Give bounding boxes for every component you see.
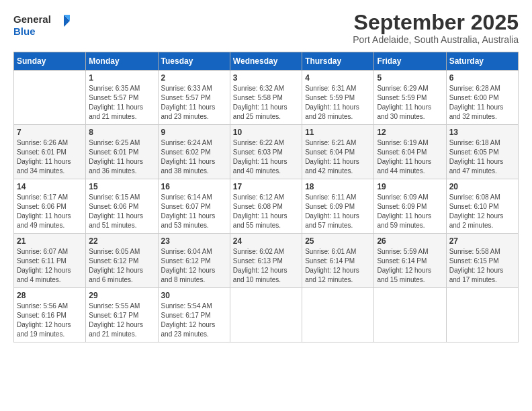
weekday-header: Friday — [374, 52, 446, 71]
calendar-cell: 9Sunrise: 6:24 AMSunset: 6:02 PMDaylight… — [158, 125, 230, 179]
day-info: Sunrise: 6:26 AMSunset: 6:01 PMDaylight:… — [17, 138, 83, 176]
weekday-header: Monday — [86, 52, 158, 71]
calendar-cell: 24Sunrise: 6:02 AMSunset: 6:13 PMDayligh… — [230, 234, 302, 288]
calendar-cell: 1Sunrise: 6:35 AMSunset: 5:57 PMDaylight… — [86, 71, 158, 125]
day-number: 9 — [161, 128, 227, 137]
day-number: 11 — [305, 128, 371, 137]
calendar-cell: 13Sunrise: 6:18 AMSunset: 6:05 PMDayligh… — [446, 125, 518, 179]
day-number: 8 — [89, 128, 154, 137]
calendar-cell: 30Sunrise: 5:54 AMSunset: 6:17 PMDayligh… — [158, 288, 230, 342]
location-subtitle: Port Adelaide, South Australia, Australi… — [353, 34, 519, 45]
day-info: Sunrise: 6:04 AMSunset: 6:12 PMDaylight:… — [161, 247, 227, 285]
day-number: 15 — [89, 182, 154, 191]
day-number: 7 — [17, 128, 83, 137]
calendar-cell: 4Sunrise: 6:31 AMSunset: 5:59 PMDaylight… — [302, 71, 374, 125]
day-info: Sunrise: 5:59 AMSunset: 6:14 PMDaylight:… — [377, 247, 443, 285]
calendar-cell: 22Sunrise: 6:05 AMSunset: 6:12 PMDayligh… — [86, 234, 158, 288]
calendar-cell: 12Sunrise: 6:19 AMSunset: 6:04 PMDayligh… — [374, 125, 446, 179]
calendar-cell: 3Sunrise: 6:32 AMSunset: 5:58 PMDaylight… — [230, 71, 302, 125]
day-info: Sunrise: 6:11 AMSunset: 6:09 PMDaylight:… — [305, 193, 371, 230]
calendar-cell: 16Sunrise: 6:14 AMSunset: 6:07 PMDayligh… — [158, 179, 230, 234]
day-info: Sunrise: 6:22 AMSunset: 6:03 PMDaylight:… — [233, 138, 299, 176]
calendar-cell: 21Sunrise: 6:07 AMSunset: 6:11 PMDayligh… — [14, 234, 86, 288]
day-number: 25 — [305, 236, 371, 246]
calendar-cell: 18Sunrise: 6:11 AMSunset: 6:09 PMDayligh… — [302, 179, 374, 234]
calendar-cell: 8Sunrise: 6:25 AMSunset: 6:01 PMDaylight… — [86, 125, 158, 179]
calendar-table: SundayMondayTuesdayWednesdayThursdayFrid… — [13, 52, 519, 342]
title-block: September 2025 Port Adelaide, South Aust… — [353, 11, 519, 45]
calendar-cell: 28Sunrise: 5:56 AMSunset: 6:16 PMDayligh… — [14, 288, 86, 342]
day-number: 23 — [161, 236, 227, 246]
day-number: 29 — [89, 291, 154, 300]
calendar-cell: 11Sunrise: 6:21 AMSunset: 6:04 PMDayligh… — [302, 125, 374, 179]
calendar-cell — [14, 71, 86, 125]
calendar-week-row: 1Sunrise: 6:35 AMSunset: 5:57 PMDaylight… — [14, 71, 519, 125]
day-number: 4 — [305, 73, 371, 83]
day-info: Sunrise: 6:12 AMSunset: 6:08 PMDaylight:… — [233, 193, 299, 230]
day-info: Sunrise: 6:28 AMSunset: 6:00 PMDaylight:… — [449, 84, 515, 122]
day-info: Sunrise: 6:24 AMSunset: 6:02 PMDaylight:… — [161, 138, 227, 176]
page-header: General Blue September 2025 Port Adelaid… — [13, 11, 519, 45]
calendar-cell: 26Sunrise: 5:59 AMSunset: 6:14 PMDayligh… — [374, 234, 446, 288]
day-number: 5 — [377, 73, 443, 83]
calendar-cell: 2Sunrise: 6:33 AMSunset: 5:57 PMDaylight… — [158, 71, 230, 125]
day-number: 1 — [89, 73, 154, 83]
day-info: Sunrise: 5:55 AMSunset: 6:17 PMDaylight:… — [89, 302, 154, 339]
calendar-week-row: 28Sunrise: 5:56 AMSunset: 6:16 PMDayligh… — [14, 288, 519, 342]
day-number: 6 — [449, 73, 515, 83]
calendar-week-row: 21Sunrise: 6:07 AMSunset: 6:11 PMDayligh… — [14, 234, 519, 288]
day-info: Sunrise: 6:14 AMSunset: 6:07 PMDaylight:… — [161, 193, 227, 230]
day-number: 12 — [377, 128, 443, 137]
weekday-header: Thursday — [302, 52, 374, 71]
day-info: Sunrise: 6:07 AMSunset: 6:11 PMDaylight:… — [17, 247, 83, 285]
day-info: Sunrise: 6:05 AMSunset: 6:12 PMDaylight:… — [89, 247, 154, 285]
day-number: 27 — [449, 236, 515, 246]
day-number: 10 — [233, 128, 299, 137]
day-number: 20 — [449, 182, 515, 191]
svg-text:General: General — [13, 13, 51, 25]
logo-text: General Blue — [13, 11, 74, 42]
day-info: Sunrise: 6:08 AMSunset: 6:10 PMDaylight:… — [449, 193, 515, 230]
day-info: Sunrise: 6:33 AMSunset: 5:57 PMDaylight:… — [161, 84, 227, 122]
weekday-header: Wednesday — [230, 52, 302, 71]
weekday-header-row: SundayMondayTuesdayWednesdayThursdayFrid… — [14, 52, 519, 71]
day-number: 26 — [377, 236, 443, 246]
calendar-cell: 14Sunrise: 6:17 AMSunset: 6:06 PMDayligh… — [14, 179, 86, 234]
calendar-week-row: 7Sunrise: 6:26 AMSunset: 6:01 PMDaylight… — [14, 125, 519, 179]
day-info: Sunrise: 6:25 AMSunset: 6:01 PMDaylight:… — [89, 138, 154, 176]
day-number: 18 — [305, 182, 371, 191]
calendar-cell — [230, 288, 302, 342]
day-number: 22 — [89, 236, 154, 246]
calendar-cell: 27Sunrise: 5:58 AMSunset: 6:15 PMDayligh… — [446, 234, 518, 288]
day-info: Sunrise: 6:01 AMSunset: 6:14 PMDaylight:… — [305, 247, 371, 285]
day-info: Sunrise: 6:09 AMSunset: 6:09 PMDaylight:… — [377, 193, 443, 230]
calendar-cell: 17Sunrise: 6:12 AMSunset: 6:08 PMDayligh… — [230, 179, 302, 234]
day-info: Sunrise: 5:54 AMSunset: 6:17 PMDaylight:… — [161, 302, 227, 339]
calendar-cell — [446, 288, 518, 342]
calendar-cell: 29Sunrise: 5:55 AMSunset: 6:17 PMDayligh… — [86, 288, 158, 342]
day-info: Sunrise: 6:19 AMSunset: 6:04 PMDaylight:… — [377, 138, 443, 176]
day-info: Sunrise: 6:18 AMSunset: 6:05 PMDaylight:… — [449, 138, 515, 176]
calendar-cell: 7Sunrise: 6:26 AMSunset: 6:01 PMDaylight… — [14, 125, 86, 179]
day-number: 24 — [233, 236, 299, 246]
svg-text:Blue: Blue — [13, 26, 36, 37]
logo: General Blue — [13, 11, 74, 42]
day-number: 14 — [17, 182, 83, 191]
day-number: 16 — [161, 182, 227, 191]
day-info: Sunrise: 6:31 AMSunset: 5:59 PMDaylight:… — [305, 84, 371, 122]
day-number: 17 — [233, 182, 299, 191]
day-number: 19 — [377, 182, 443, 191]
day-info: Sunrise: 6:17 AMSunset: 6:06 PMDaylight:… — [17, 193, 83, 230]
day-number: 28 — [17, 291, 83, 300]
calendar-cell: 19Sunrise: 6:09 AMSunset: 6:09 PMDayligh… — [374, 179, 446, 234]
month-title: September 2025 — [353, 11, 519, 34]
calendar-cell — [302, 288, 374, 342]
weekday-header: Sunday — [14, 52, 86, 71]
day-info: Sunrise: 6:02 AMSunset: 6:13 PMDaylight:… — [233, 247, 299, 285]
day-number: 30 — [161, 291, 227, 300]
calendar-cell: 10Sunrise: 6:22 AMSunset: 6:03 PMDayligh… — [230, 125, 302, 179]
day-number: 2 — [161, 73, 227, 83]
calendar-cell — [374, 288, 446, 342]
calendar-cell: 25Sunrise: 6:01 AMSunset: 6:14 PMDayligh… — [302, 234, 374, 288]
calendar-week-row: 14Sunrise: 6:17 AMSunset: 6:06 PMDayligh… — [14, 179, 519, 234]
